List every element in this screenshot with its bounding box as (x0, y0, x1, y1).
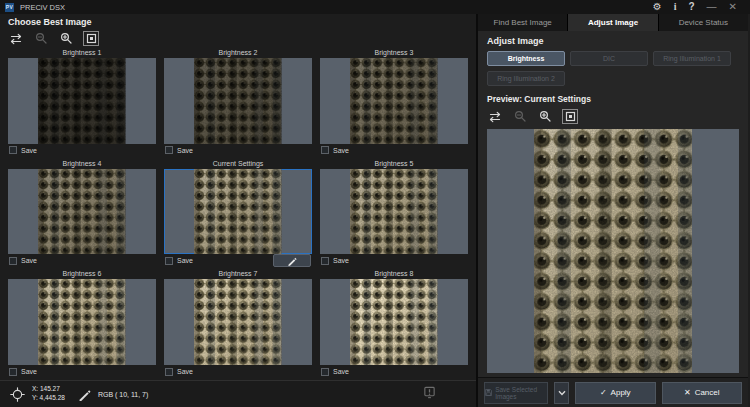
swap-icon[interactable] (487, 109, 503, 124)
save-checkbox[interactable] (321, 146, 329, 154)
choose-best-image-panel: Choose Best Image (0, 14, 478, 407)
save-label: Save (333, 368, 349, 375)
titlebar: PV PRECiV DSX ⚙ i ? — ✕ (0, 0, 750, 14)
preview-title: Preview: Current Settings (487, 94, 739, 104)
image-toolbar (8, 31, 468, 46)
dic-mode-button[interactable]: DIC (570, 51, 648, 66)
tile-brightness-1: Brightness 1 Save (8, 48, 156, 157)
tile-label: Brightness 2 (164, 48, 312, 58)
color-picker-pen-icon (78, 388, 91, 401)
edit-settings-button[interactable] (273, 254, 311, 267)
apply-button[interactable]: ✓ Apply (575, 382, 656, 404)
ring-illumination-2-button[interactable]: Ring Illumination 2 (487, 71, 565, 86)
ring-illumination-1-button[interactable]: Ring Illumination 1 (653, 51, 731, 66)
sample-image[interactable] (194, 279, 281, 365)
save-selected-label: Save Selected Images (495, 386, 547, 400)
sample-image[interactable] (350, 169, 437, 255)
tile-label: Brightness 1 (8, 48, 156, 58)
notification-icon[interactable] (423, 385, 436, 403)
tile-label: Brightness 7 (164, 269, 312, 279)
close-icon[interactable]: ✕ (729, 2, 737, 12)
fit-view-icon[interactable] (83, 31, 99, 46)
save-label: Save (21, 147, 37, 154)
chevron-down-icon (558, 390, 566, 396)
save-checkbox[interactable] (165, 368, 173, 376)
tab-device-status[interactable]: Device Status (658, 14, 748, 31)
tile-brightness-8: Brightness 8 Save (320, 269, 468, 378)
sample-image[interactable] (38, 58, 125, 144)
preview-toolbar (487, 109, 739, 124)
sample-image[interactable] (350, 58, 437, 144)
sample-image[interactable] (38, 279, 125, 365)
save-label: Save (21, 368, 37, 375)
minimize-icon[interactable]: — (707, 2, 717, 12)
save-label: Save (21, 257, 37, 264)
panel-title: Choose Best Image (8, 17, 468, 27)
save-selected-images-button[interactable]: Save Selected Images (484, 382, 548, 404)
section-title: Adjust Image (487, 36, 739, 46)
tile-image-viewport[interactable] (164, 279, 312, 365)
save-checkbox[interactable] (9, 368, 17, 376)
settings-gear-icon[interactable]: ⚙ (653, 2, 662, 12)
zoom-out-icon[interactable] (512, 109, 528, 124)
status-bar: X: 145.27 Y: 4,445.28 RGB ( 10, 11, 7) (0, 380, 476, 407)
tile-label: Brightness 6 (8, 269, 156, 279)
tile-brightness-4: Brightness 4 Save (8, 159, 156, 268)
tile-current-settings: Current Settings Save (164, 159, 312, 268)
preview-viewport[interactable] (487, 129, 739, 373)
tile-label: Brightness 8 (320, 269, 468, 279)
apply-label: Apply (611, 388, 631, 397)
x-coordinate: X: 145.27 (32, 385, 65, 394)
image-grid: Brightness 1 Save Brightness 2 (0, 48, 476, 380)
save-options-dropdown[interactable] (554, 382, 569, 404)
rgb-value: RGB ( 10, 11, 7) (98, 391, 148, 398)
app-logo: PV (5, 3, 14, 12)
zoom-in-icon[interactable] (537, 109, 553, 124)
tile-image-viewport[interactable] (320, 58, 468, 144)
tab-find-best-image[interactable]: Find Best Image (478, 14, 567, 31)
sample-image[interactable] (38, 169, 125, 255)
stage-coordinates: X: 145.27 Y: 4,445.28 (32, 385, 65, 403)
tile-brightness-7: Brightness 7 Save (164, 269, 312, 378)
tile-brightness-5: Brightness 5 Save (320, 159, 468, 268)
save-label: Save (177, 147, 193, 154)
x-icon: ✕ (684, 388, 691, 397)
tile-image-viewport[interactable] (164, 58, 312, 144)
sample-image[interactable] (350, 279, 437, 365)
y-coordinate: Y: 4,445.28 (32, 394, 65, 403)
preview-image[interactable] (534, 129, 692, 373)
tile-image-viewport[interactable] (320, 169, 468, 255)
tile-image-viewport[interactable] (8, 279, 156, 365)
save-checkbox[interactable] (321, 368, 329, 376)
sample-image[interactable] (194, 58, 281, 144)
sample-image[interactable] (194, 169, 281, 255)
info-icon[interactable]: i (674, 2, 677, 12)
tile-label: Brightness 4 (8, 159, 156, 169)
cancel-button[interactable]: ✕ Cancel (662, 382, 743, 404)
tile-image-viewport[interactable] (8, 169, 156, 255)
tile-label: Brightness 3 (320, 48, 468, 58)
tile-brightness-3: Brightness 3 Save (320, 48, 468, 157)
illumination-mode-buttons: Brightness DIC Ring Illumination 1 Ring … (487, 51, 739, 86)
help-icon[interactable]: ? (689, 2, 695, 12)
fit-view-icon[interactable] (562, 109, 578, 124)
tile-image-viewport[interactable] (8, 58, 156, 144)
tile-image-viewport-selected[interactable] (164, 169, 312, 255)
zoom-in-icon[interactable] (58, 31, 74, 46)
save-checkbox[interactable] (165, 257, 173, 265)
cancel-label: Cancel (695, 388, 720, 397)
tile-image-viewport[interactable] (320, 279, 468, 365)
brightness-mode-button[interactable]: Brightness (487, 51, 565, 66)
right-panel-tabs: Find Best Image Adjust Image Device Stat… (478, 14, 748, 31)
save-checkbox[interactable] (165, 146, 173, 154)
zoom-out-icon[interactable] (33, 31, 49, 46)
floppy-disk-icon (485, 388, 492, 397)
adjust-image-panel: Find Best Image Adjust Image Device Stat… (478, 14, 748, 407)
save-checkbox[interactable] (9, 146, 17, 154)
tile-label: Brightness 5 (320, 159, 468, 169)
save-checkbox[interactable] (9, 257, 17, 265)
tab-adjust-image[interactable]: Adjust Image (567, 14, 657, 31)
save-checkbox[interactable] (321, 257, 329, 265)
swap-icon[interactable] (8, 31, 24, 46)
action-footer: Save Selected Images ✓ Apply ✕ Cancel (478, 377, 748, 407)
